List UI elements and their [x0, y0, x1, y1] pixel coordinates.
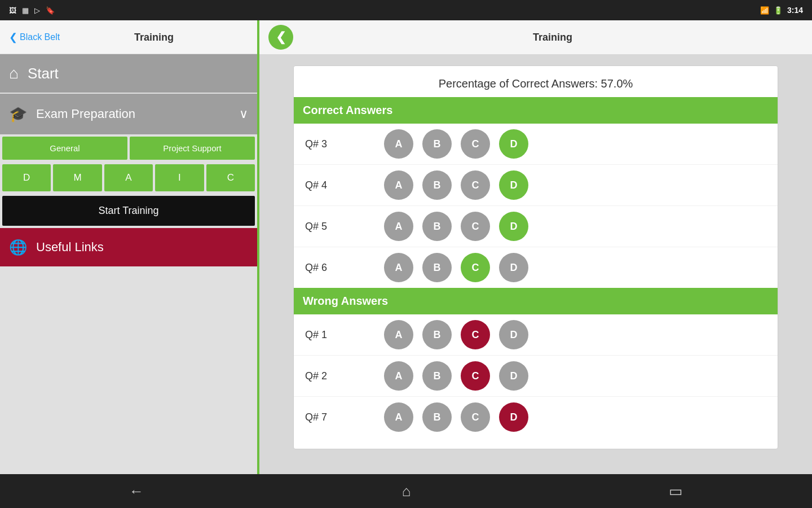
answer-circle[interactable]: C	[461, 361, 490, 391]
useful-links-label: Useful Links	[36, 240, 104, 255]
correct-answers-header: Correct Answers	[294, 97, 778, 124]
home-nav-button[interactable]: ⌂	[402, 483, 411, 500]
letter-c-button[interactable]: C	[206, 164, 255, 191]
sidebar: ⌂ Start 🎓 Exam Preparation ∨ General Pro…	[0, 54, 259, 474]
battery-icon: 🔋	[774, 6, 783, 15]
bottom-nav: ← ⌂ ▭	[0, 474, 812, 508]
globe-icon: 🌐	[9, 239, 27, 256]
q-label: Q# 5	[305, 221, 350, 233]
status-bar: 🖼 ▦ ▷ 🔖 📶 🔋 3:14	[0, 0, 812, 20]
general-button[interactable]: General	[2, 137, 127, 160]
project-support-button[interactable]: Project Support	[130, 137, 255, 160]
letter-a-button[interactable]: A	[104, 164, 153, 191]
q-label: Q# 3	[305, 138, 350, 150]
answer-circle[interactable]: A	[384, 170, 413, 200]
letter-buttons-row: D M A I C	[0, 162, 257, 194]
answer-circle[interactable]: C	[461, 253, 490, 282]
answer-circle[interactable]: C	[461, 170, 490, 200]
left-nav-title: Training	[60, 32, 248, 43]
table-row: Q# 5ABCD	[294, 206, 778, 247]
answer-circles: ABCD	[384, 320, 528, 349]
answer-circle[interactable]: C	[461, 212, 490, 241]
answer-circle[interactable]: D	[499, 253, 528, 282]
right-nav-title: Training	[302, 32, 803, 43]
right-panel: Percentage of Correct Answers: 57.0% Cor…	[259, 54, 812, 474]
answer-circle[interactable]: B	[422, 212, 452, 241]
q-label: Q# 4	[305, 179, 350, 191]
sidebar-exam-row[interactable]: 🎓 Exam Preparation ∨	[0, 94, 257, 134]
back-icon: ❮	[9, 31, 17, 43]
answer-circles: ABCD	[384, 170, 528, 200]
table-row: Q# 2ABCD	[294, 356, 778, 397]
right-back-button[interactable]: ❮	[268, 25, 293, 50]
answer-circle[interactable]: B	[422, 402, 452, 432]
recent-nav-button[interactable]: ▭	[669, 483, 683, 500]
start-training-button[interactable]: Start Training	[2, 196, 255, 226]
q-label: Q# 7	[305, 411, 350, 423]
submenu-row: General Project Support	[0, 134, 257, 162]
answer-circle[interactable]: D	[499, 170, 528, 200]
answer-circles: ABCD	[384, 361, 528, 391]
home-icon: ⌂	[9, 64, 19, 82]
start-label: Start	[28, 65, 59, 82]
answer-circle[interactable]: C	[461, 320, 490, 349]
answer-circle[interactable]: D	[499, 361, 528, 391]
table-row: Q# 1ABCD	[294, 314, 778, 356]
table-row: Q# 4ABCD	[294, 165, 778, 206]
answer-circle[interactable]: B	[422, 129, 452, 159]
q-label: Q# 1	[305, 329, 350, 341]
correct-answers-list: Q# 3ABCDQ# 4ABCDQ# 5ABCDQ# 6ABCD	[294, 124, 778, 288]
answer-circle[interactable]: A	[384, 212, 413, 241]
exam-label: Exam Preparation	[36, 107, 230, 121]
answer-circle[interactable]: A	[384, 361, 413, 391]
answer-circle[interactable]: A	[384, 320, 413, 349]
wrong-answers-list: Q# 1ABCDQ# 2ABCDQ# 7ABCD	[294, 314, 778, 437]
bookmark-icon: 🔖	[46, 6, 55, 15]
wrong-answers-header: Wrong Answers	[294, 288, 778, 314]
answer-circle[interactable]: C	[461, 402, 490, 432]
exam-icon: 🎓	[9, 106, 27, 123]
answer-circle[interactable]: A	[384, 253, 413, 282]
chevron-down-icon: ∨	[239, 107, 248, 121]
table-row: Q# 3ABCD	[294, 124, 778, 165]
answer-circle[interactable]: D	[499, 129, 528, 159]
bar-icon: ▦	[22, 6, 29, 15]
letter-m-button[interactable]: M	[53, 164, 102, 191]
letter-d-button[interactable]: D	[2, 164, 51, 191]
time-display: 3:14	[787, 6, 803, 15]
answer-circle[interactable]: D	[499, 320, 528, 349]
answer-circles: ABCD	[384, 402, 528, 432]
answer-circle[interactable]: B	[422, 320, 452, 349]
answer-circles: ABCD	[384, 212, 528, 241]
answer-circle[interactable]: D	[499, 212, 528, 241]
top-nav: ❮ Black Belt Training ❮ Training	[0, 20, 812, 54]
back-nav-button[interactable]: ←	[129, 483, 144, 500]
answer-circle[interactable]: A	[384, 129, 413, 159]
right-back-icon: ❮	[276, 30, 286, 45]
back-label: Black Belt	[20, 32, 60, 42]
results-card: Percentage of Correct Answers: 57.0% Cor…	[293, 65, 778, 449]
answer-circle[interactable]: C	[461, 129, 490, 159]
answer-circle[interactable]: B	[422, 170, 452, 200]
sidebar-start-row[interactable]: ⌂ Start	[0, 54, 257, 93]
left-nav: ❮ Black Belt Training	[0, 20, 259, 54]
content: ⌂ Start 🎓 Exam Preparation ∨ General Pro…	[0, 54, 812, 474]
answer-circle[interactable]: B	[422, 361, 452, 391]
percentage-header: Percentage of Correct Answers: 57.0%	[294, 66, 778, 97]
play-icon: ▷	[34, 6, 40, 15]
table-row: Q# 7ABCD	[294, 397, 778, 437]
back-button[interactable]: ❮ Black Belt	[9, 31, 60, 43]
answer-circles: ABCD	[384, 253, 528, 282]
right-nav: ❮ Training	[259, 20, 812, 54]
app: ❮ Black Belt Training ❮ Training ⌂ Start…	[0, 20, 812, 508]
answer-circle[interactable]: B	[422, 253, 452, 282]
answer-circle[interactable]: A	[384, 402, 413, 432]
useful-links-row[interactable]: 🌐 Useful Links	[0, 228, 257, 266]
letter-i-button[interactable]: I	[155, 164, 204, 191]
answer-circle[interactable]: D	[499, 402, 528, 432]
answer-circles: ABCD	[384, 129, 528, 159]
q-label: Q# 6	[305, 262, 350, 274]
photo-icon: 🖼	[9, 6, 16, 15]
table-row: Q# 6ABCD	[294, 247, 778, 288]
wifi-icon: 📶	[760, 6, 769, 15]
